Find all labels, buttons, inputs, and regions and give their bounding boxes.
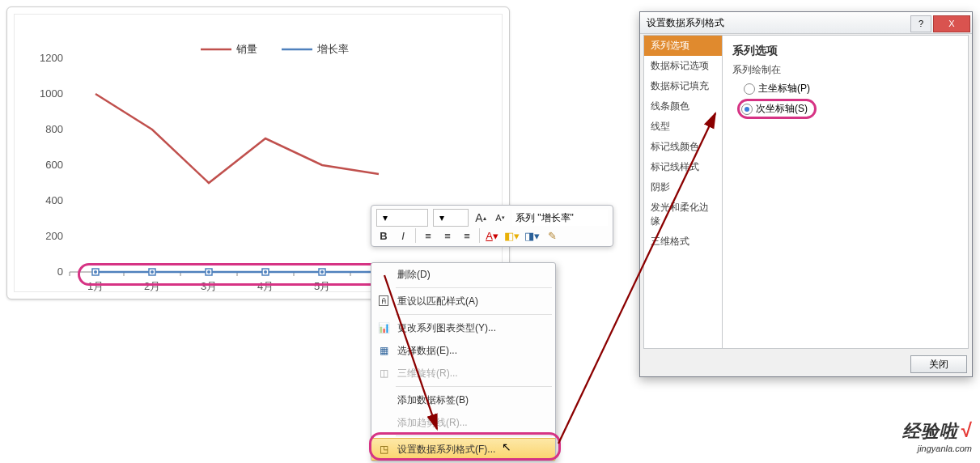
align-left-icon[interactable]: ≡ [421,228,435,243]
chart-legend[interactable]: 销量 增长率 [201,43,349,55]
dialog-section-title: 系列选项 [732,44,958,58]
side-series-options[interactable]: 系列选项 [644,36,722,56]
close-icon[interactable]: X [933,15,970,32]
ctx-select-label: 选择数据(E)... [397,344,457,358]
side-3d-format[interactable]: 三维格式 [644,232,722,252]
svg-point-32 [151,270,154,274]
primary-axis-label: 主坐标轴(P) [758,82,810,96]
ctx-trend-label: 添加趋势线(R)... [397,416,468,430]
svg-text:2月: 2月 [144,280,160,291]
align-right-icon[interactable]: ≡ [460,228,474,243]
chart-plot-area[interactable]: 销量 增长率 0 200 400 600 800 1000 1200 1月 2月… [14,14,503,292]
ctx-3d-rotate: ◫三维旋转(R)... [371,362,555,384]
font-color-icon[interactable]: A▾ [485,228,499,243]
ctx-reset-style[interactable]: 🄰重设以匹配样式(A) [371,290,555,312]
svg-text:3月: 3月 [201,280,217,291]
svg-text:600: 600 [45,159,63,171]
series-name-label: 系列 "增长率" [512,210,608,226]
format-painter-icon[interactable]: ✎ [545,228,559,243]
svg-text:1000: 1000 [40,87,63,100]
side-glow[interactable]: 发光和柔化边缘 [644,198,722,232]
font-size-select[interactable]: ▾ [433,209,469,227]
select-data-icon: ▦ [376,343,391,358]
radio-icon-on [741,104,753,115]
align-center-icon[interactable]: ≡ [440,228,455,243]
help-button[interactable]: ? [910,15,931,32]
side-marker-fill[interactable]: 数据标记填充 [644,76,722,96]
format-series-icon: ◳ [376,442,391,457]
ctx-format-label: 设置数据系列格式(F)... [397,443,495,457]
svg-text:200: 200 [45,230,63,242]
side-marker-line-style[interactable]: 标记线样式 [644,157,722,177]
dialog-sidebar: 系列选项 数据标记选项 数据标记填充 线条颜色 线型 标记线颜色 标记线样式 阴… [643,35,723,349]
secondary-axis-highlight: 次坐标轴(S) [737,99,817,119]
chart-container[interactable]: 销量 增长率 0 200 400 600 800 1000 1200 1月 2月… [6,6,510,299]
dialog-main-panel: 系列选项 系列绘制在 主坐标轴(P) 次坐标轴(S) [723,35,969,349]
ctx-labels-label: 添加数据标签(B) [397,393,469,407]
ctx-add-labels[interactable]: 添加数据标签(B) [371,389,555,411]
font-family-select[interactable]: ▾ [376,209,428,227]
format-series-dialog: 设置数据系列格式 ? X 系列选项 数据标记选项 数据标记填充 线条颜色 线型 … [639,11,973,377]
svg-text:1月: 1月 [87,280,104,291]
svg-text:400: 400 [45,194,63,206]
svg-text:5月: 5月 [314,280,330,291]
ctx-delete[interactable]: 删除(D) [371,263,555,286]
bold-button[interactable]: B [376,228,391,243]
svg-text:0: 0 [57,265,63,278]
svg-point-31 [94,270,97,274]
svg-point-35 [320,270,324,274]
ctx-change-label: 更改系列图表类型(Y)... [397,321,496,335]
reset-style-icon: 🄰 [376,294,391,308]
watermark: 经验啦 √ jingyanla.com [902,419,972,453]
ctx-change-type[interactable]: 📊更改系列图表类型(Y)... [371,316,555,339]
dialog-title-text: 设置数据系列格式 [647,16,724,30]
svg-text:销量: 销量 [235,43,257,55]
svg-point-33 [207,270,210,274]
ctx-3d-label: 三维旋转(R)... [397,367,458,380]
italic-button[interactable]: I [396,228,410,243]
svg-text:1200: 1200 [40,52,63,64]
outline-color-icon[interactable]: ◨▾ [524,228,540,243]
side-line-style[interactable]: 线型 [644,117,722,137]
side-marker-line-color[interactable]: 标记线颜色 [644,137,722,157]
fill-color-icon[interactable]: ◧▾ [504,228,520,243]
primary-axis-radio[interactable]: 主坐标轴(P) [740,80,958,97]
svg-text:增长率: 增长率 [316,43,349,55]
plot-on-label: 系列绘制在 [732,63,958,77]
svg-text:4月: 4月 [257,280,274,291]
svg-point-34 [264,270,267,274]
dialog-titlebar[interactable]: 设置数据系列格式 ? X [640,12,972,34]
mini-toolbar: ▾ ▾ A▴ A▾ 系列 "增长率" B I ≡ ≡ ≡ A▾ ◧▾ ◨▾ ✎ [371,205,613,247]
side-shadow[interactable]: 阴影 [644,177,722,198]
watermark-url: jingyanla.com [902,444,972,453]
svg-text:800: 800 [45,123,63,135]
secondary-axis-label: 次坐标轴(S) [756,102,808,116]
watermark-text: 经验啦 [902,421,958,441]
chart-type-icon: 📊 [376,321,391,335]
side-marker-options[interactable]: 数据标记选项 [644,56,722,76]
increase-font-icon[interactable]: A▴ [473,210,488,225]
ctx-delete-label: 删除(D) [397,268,431,282]
ctx-format-series[interactable]: ◳设置数据系列格式(F)... [371,438,555,461]
secondary-axis-radio[interactable]: 次坐标轴(S) [741,102,808,116]
decrease-font-icon[interactable]: A▾ [493,210,507,225]
ctx-select-data[interactable]: ▦选择数据(E)... [371,339,555,362]
dialog-close-button[interactable]: 关闭 [910,355,967,373]
series-sales[interactable] [95,94,379,183]
radio-icon [744,83,755,95]
ctx-reset-label: 重设以匹配样式(A) [397,295,478,308]
side-line-color[interactable]: 线条颜色 [644,96,722,117]
context-menu: 删除(D) 🄰重设以匹配样式(A) 📊更改系列图表类型(Y)... ▦选择数据(… [371,262,556,461]
rotate-3d-icon: ◫ [376,366,391,380]
check-icon: √ [961,419,972,441]
ctx-add-trend: 添加趋势线(R)... [371,411,555,434]
